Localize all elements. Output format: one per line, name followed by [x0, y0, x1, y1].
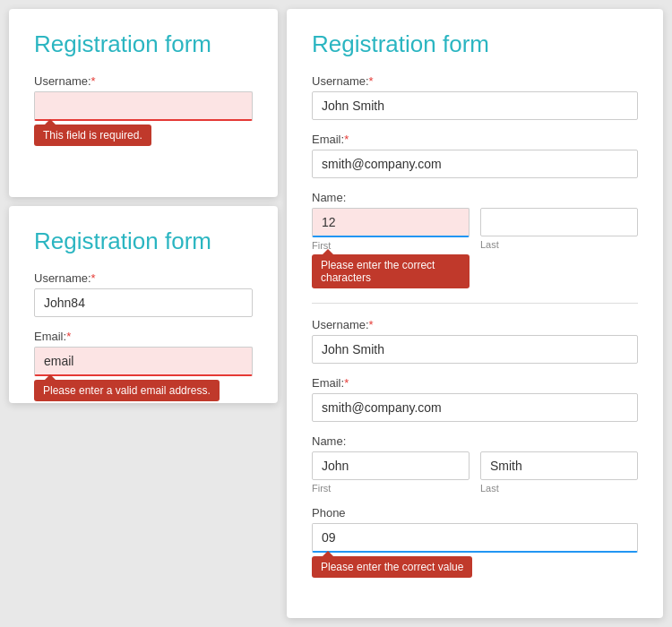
card3-email-label-2: Email:* [312, 376, 638, 390]
card1-title: Registration form [34, 30, 253, 58]
card3-phone-error: Please enter the correct value [312, 556, 472, 578]
card2-title: Registration form [34, 228, 253, 255]
card3-phone-group: Phone Please enter the correct value [312, 506, 638, 578]
card2-email-input[interactable] [34, 347, 253, 376]
card-2: Registration form Username:* Email:* Ple… [9, 206, 278, 403]
card3-name-last-input-2[interactable] [480, 451, 638, 480]
card3-name-last-col: Last [480, 208, 638, 288]
card3-name-group-1: Name: First Please enter the correct cha… [312, 191, 638, 288]
card3-name-first-sublabel: First [312, 240, 470, 251]
card3-username-label-2: Username:* [312, 318, 638, 331]
card3-email-input-2[interactable] [312, 393, 638, 422]
card3-name-first-sublabel-2: First [312, 483, 470, 494]
card2-username-input[interactable] [34, 288, 253, 317]
card2-username-label: Username:* [34, 271, 253, 285]
card3-name-last-input[interactable] [480, 208, 638, 236]
card-3: Registration form Username:* Email:* Nam… [287, 9, 663, 618]
card3-name-last-col-2: Last [480, 451, 638, 494]
card2-email-error: Please enter a valid email address. [34, 380, 220, 401]
card3-name-last-sublabel: Last [480, 239, 638, 250]
card3-name-row-2: First Last [312, 451, 638, 494]
card1-username-label: Username:* [34, 74, 253, 88]
card3-email-group-1: Email:* [312, 133, 638, 178]
card3-phone-label: Phone [312, 506, 638, 520]
card1-username-group: Username:* This field is required. [34, 74, 253, 146]
card3-username-group-1: Username:* [312, 74, 638, 120]
card3-username-label-1: Username:* [312, 74, 638, 88]
card3-email-group-2: Email:* [312, 376, 638, 422]
card3-email-label-1: Email:* [312, 133, 638, 146]
card3-title: Registration form [312, 30, 638, 58]
card3-name-label-2: Name: [312, 434, 638, 448]
card2-email-group: Email:* Please enter a valid email addre… [34, 330, 253, 401]
card3-name-last-sublabel-2: Last [480, 483, 638, 494]
card3-name-label-1: Name: [312, 191, 638, 204]
card3-email-input-1[interactable] [312, 150, 638, 178]
card2-email-label: Email:* [34, 330, 253, 343]
card3-username-input-2[interactable] [312, 335, 638, 364]
card3-name-row-1: First Please enter the correct character… [312, 208, 638, 288]
card1-username-input[interactable] [34, 91, 253, 121]
card3-username-group-2: Username:* [312, 318, 638, 364]
card3-name-error: Please enter the correct characters [312, 254, 470, 288]
card-1: Registration form Username:* This field … [9, 9, 278, 197]
card2-username-group: Username:* [34, 271, 253, 317]
card3-name-first-input[interactable] [312, 208, 470, 237]
card3-name-group-2: Name: First Last [312, 434, 638, 494]
card3-name-first-col-2: First [312, 451, 470, 494]
card3-name-first-col: First Please enter the correct character… [312, 208, 470, 288]
card3-phone-input[interactable] [312, 523, 638, 553]
card3-username-input-1[interactable] [312, 91, 638, 120]
card1-username-error: This field is required. [34, 125, 151, 146]
card3-name-first-input-2[interactable] [312, 451, 470, 480]
